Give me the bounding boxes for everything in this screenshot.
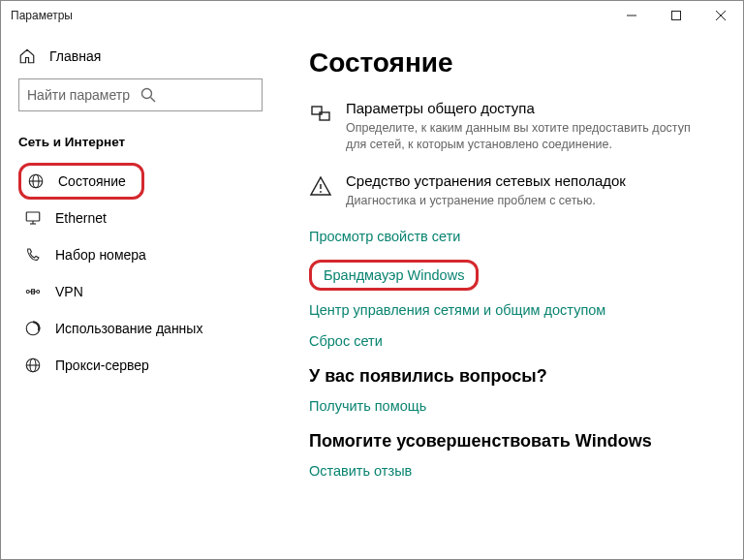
nav-label: Ethernet bbox=[55, 210, 107, 226]
svg-rect-1 bbox=[672, 12, 681, 20]
svg-point-12 bbox=[26, 291, 29, 294]
nav-label: Набор номера bbox=[55, 247, 146, 263]
feedback-heading: Помогите усовершенствовать Windows bbox=[309, 431, 714, 451]
search-icon bbox=[140, 87, 254, 103]
sidebar-item-ethernet[interactable]: Ethernet bbox=[18, 200, 274, 236]
block-title: Параметры общего доступа bbox=[346, 100, 714, 116]
main-panel: Состояние Параметры общего доступа Опред… bbox=[292, 30, 743, 559]
home-link[interactable]: Главная bbox=[18, 47, 274, 65]
nav-label: VPN bbox=[55, 284, 83, 299]
proxy-icon bbox=[24, 357, 42, 374]
link-get-help[interactable]: Получить помощь bbox=[309, 398, 714, 414]
titlebar: Параметры bbox=[1, 1, 743, 30]
section-label: Сеть и Интернет bbox=[18, 135, 274, 149]
svg-point-13 bbox=[37, 291, 40, 294]
home-icon bbox=[18, 47, 36, 65]
window-title: Параметры bbox=[11, 9, 73, 22]
sidebar: Главная Найти параметр Сеть и Интернет С… bbox=[1, 30, 292, 559]
svg-point-23 bbox=[320, 191, 322, 193]
vpn-icon bbox=[24, 283, 42, 300]
link-windows-firewall[interactable]: Брандмауэр Windows bbox=[309, 260, 479, 291]
data-usage-icon bbox=[24, 320, 42, 337]
troubleshoot-block[interactable]: Средство устранения сетевых неполадок Ди… bbox=[309, 172, 714, 209]
block-desc: Диагностика и устранение проблем с сетью… bbox=[346, 193, 626, 209]
svg-point-4 bbox=[142, 89, 152, 99]
nav-label: Прокси-сервер bbox=[55, 358, 149, 373]
sharing-icon bbox=[309, 102, 332, 125]
sidebar-item-datausage[interactable]: Использование данных bbox=[18, 310, 274, 347]
sidebar-item-status[interactable]: Состояние bbox=[18, 163, 144, 200]
close-button[interactable] bbox=[698, 1, 743, 30]
questions-heading: У вас появились вопросы? bbox=[309, 366, 714, 387]
search-placeholder: Найти параметр bbox=[27, 87, 140, 103]
minimize-button[interactable] bbox=[609, 1, 654, 30]
ethernet-icon bbox=[24, 209, 42, 227]
block-desc: Определите, к каким данным вы хотите пре… bbox=[346, 120, 714, 153]
dialup-icon bbox=[24, 246, 42, 264]
svg-rect-9 bbox=[26, 212, 40, 221]
link-network-properties[interactable]: Просмотр свойств сети bbox=[309, 229, 714, 244]
maximize-button[interactable] bbox=[654, 1, 698, 30]
block-title: Средство устранения сетевых неполадок bbox=[346, 172, 626, 189]
nav-label: Состояние bbox=[58, 173, 126, 189]
sidebar-item-dialup[interactable]: Набор номера bbox=[18, 236, 274, 273]
home-label: Главная bbox=[49, 48, 101, 64]
warning-icon bbox=[309, 174, 332, 198]
status-icon bbox=[27, 172, 45, 190]
sharing-block[interactable]: Параметры общего доступа Определите, к к… bbox=[309, 100, 714, 153]
nav-label: Использование данных bbox=[55, 321, 202, 336]
link-give-feedback[interactable]: Оставить отзыв bbox=[309, 463, 714, 479]
link-network-sharing-center[interactable]: Центр управления сетями и общим доступом bbox=[309, 302, 714, 318]
search-input[interactable]: Найти параметр bbox=[18, 78, 263, 111]
sidebar-item-vpn[interactable]: VPN bbox=[18, 273, 274, 310]
sidebar-item-proxy[interactable]: Прокси-сервер bbox=[18, 347, 274, 384]
page-title: Состояние bbox=[309, 47, 714, 78]
link-network-reset[interactable]: Сброс сети bbox=[309, 333, 714, 349]
svg-line-5 bbox=[151, 98, 156, 103]
